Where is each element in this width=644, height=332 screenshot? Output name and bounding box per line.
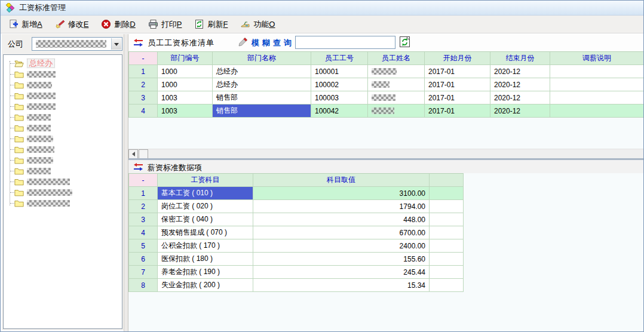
refresh-icon	[194, 19, 204, 29]
cell-subject[interactable]: 预发销售提成 ( 070 )	[158, 226, 253, 239]
cell-emp-name-censored[interactable]	[368, 91, 425, 104]
cell-emp-no[interactable]: 100003	[311, 91, 368, 104]
tree-item-censored[interactable]	[6, 90, 122, 101]
cell-note[interactable]	[550, 104, 644, 118]
company-dropdown-button[interactable]	[111, 38, 121, 50]
salary-row[interactable]: 4 预发销售提成 ( 070 ) 6700.00	[129, 226, 464, 239]
print-button[interactable]: 打印P	[144, 17, 188, 32]
col-header-subject: 工资科目	[158, 174, 253, 187]
cell-dept-no[interactable]: 1003	[158, 91, 213, 104]
salary-row[interactable]: 5 公积金扣款 ( 170 ) 2400.00	[129, 239, 464, 253]
cell-filler	[430, 266, 464, 279]
cell-note[interactable]	[550, 78, 644, 91]
tree-item-censored[interactable]	[6, 198, 122, 208]
cell-value[interactable]: 245.44	[253, 266, 430, 279]
tree-item-censored[interactable]	[6, 176, 122, 187]
cell-end-month[interactable]: 2020-12	[490, 91, 550, 104]
cell-dept-no[interactable]: 1000	[158, 78, 213, 91]
cell-subject[interactable]: 岗位工资 ( 020 )	[158, 200, 253, 213]
scroll-left-button[interactable]	[128, 149, 138, 159]
tree-item-censored[interactable]	[6, 187, 122, 198]
panel-splitter[interactable]	[124, 34, 128, 331]
cell-emp-no[interactable]: 100042	[311, 104, 368, 118]
scrollbar-thumb[interactable]	[139, 149, 148, 159]
cell-value[interactable]: 448.00	[253, 213, 430, 226]
tree-item-censored[interactable]	[6, 144, 122, 155]
tree-item-censored[interactable]	[6, 133, 122, 144]
salary-row[interactable]: 8 失业金扣款 ( 200 ) 15.34	[129, 279, 464, 292]
table-row[interactable]: 3 1003 销售部 100003 2017-01 2020-12	[129, 91, 644, 104]
cell-start-month[interactable]: 2017-01	[425, 78, 490, 91]
search-input[interactable]	[295, 36, 395, 49]
cell-note[interactable]	[550, 65, 644, 78]
cell-emp-name-censored[interactable]	[368, 104, 425, 118]
cell-dept-name[interactable]: 总经办	[213, 78, 311, 91]
tree-item-censored[interactable]	[6, 79, 122, 90]
cell-note[interactable]	[550, 91, 644, 104]
add-icon	[8, 19, 19, 29]
cell-value[interactable]: 6700.00	[253, 226, 430, 239]
cell-start-month[interactable]: 2017-01	[425, 65, 490, 78]
cell-end-month[interactable]: 2020-12	[490, 65, 550, 78]
salary-row[interactable]: 6 医保扣款 ( 180 ) 155.60	[129, 253, 464, 266]
col-header-end-month: 结束月份	[490, 52, 550, 65]
cell-end-month[interactable]: 2020-12	[490, 104, 550, 118]
horizontal-scrollbar[interactable]	[128, 149, 643, 158]
edit-icon	[55, 19, 65, 29]
tree-item-censored[interactable]	[6, 112, 122, 122]
cell-subject[interactable]: 保密工资 ( 040 )	[158, 213, 253, 226]
salary-row[interactable]: 7 养老金扣款 ( 190 ) 245.44	[129, 266, 464, 279]
salary-panel-title: 薪资标准数据项	[148, 162, 202, 173]
salary-row-selected[interactable]: 1 基本工资 ( 010 ) 3100.00	[129, 187, 464, 200]
function-button[interactable]: 功能O	[236, 17, 281, 32]
employee-panel-title: 员工工资标准清单	[148, 38, 214, 48]
refresh-button[interactable]: 刷新F	[190, 17, 234, 32]
print-label: 打印	[161, 20, 177, 29]
cell-emp-no[interactable]: 100001	[311, 65, 368, 78]
edit-button[interactable]: 修改E	[51, 17, 95, 32]
cell-filler	[430, 239, 464, 253]
company-select[interactable]	[32, 37, 122, 51]
cell-start-month[interactable]: 2017-01	[425, 91, 490, 104]
cell-emp-no[interactable]: 100002	[311, 78, 368, 91]
cell-dept-no[interactable]: 1003	[158, 104, 213, 118]
cell-value[interactable]: 2400.00	[253, 239, 430, 253]
cell-subject[interactable]: 养老金扣款 ( 190 )	[158, 266, 253, 279]
tree-item-censored[interactable]	[6, 101, 122, 112]
salary-row[interactable]: 3 保密工资 ( 040 ) 448.00	[129, 213, 464, 226]
tree-item-censored[interactable]	[6, 122, 122, 133]
cell-subject[interactable]: 医保扣款 ( 180 )	[158, 253, 253, 266]
table-row[interactable]: 2 1000 总经办 100002 2017-01 2020-12	[129, 78, 644, 91]
table-row-selected[interactable]: 4 1003 销售部 100042 2017-01 2020-12	[129, 104, 644, 118]
cell-subject[interactable]: 失业金扣款 ( 200 )	[158, 279, 253, 292]
tree-item-censored[interactable]	[6, 155, 122, 165]
cell-subject[interactable]: 公积金扣款 ( 170 )	[158, 239, 253, 253]
salary-row[interactable]: 2 岗位工资 ( 020 ) 1794.00	[129, 200, 464, 213]
folder-icon	[14, 81, 24, 89]
cell-value[interactable]: 3100.00	[253, 187, 430, 200]
cell-dept-name[interactable]: 总经办	[213, 65, 311, 78]
cell-emp-name-censored[interactable]	[368, 65, 425, 78]
cell-end-month[interactable]: 2020-12	[490, 78, 550, 91]
cell-dept-name[interactable]: 销售部	[213, 91, 311, 104]
cell-value[interactable]: 15.34	[253, 279, 430, 292]
cell-start-month[interactable]: 2017-01	[425, 104, 490, 118]
row-number: 1	[129, 65, 158, 78]
cell-dept-name-selected[interactable]: 销售部	[213, 104, 311, 118]
cell-dept-no[interactable]: 1000	[158, 65, 213, 78]
tree-item-censored[interactable]	[6, 69, 122, 79]
row-number: 6	[129, 253, 158, 266]
search-refresh-icon[interactable]	[399, 36, 410, 48]
add-button[interactable]: 新增A	[4, 17, 48, 32]
table-row[interactable]: 1 1000 总经办 100001 2017-01 2020-12	[129, 65, 644, 78]
swap-arrows-icon	[133, 38, 143, 47]
toolbar: 新增A 修改E 删除D	[1, 16, 643, 33]
tree-item-censored[interactable]	[6, 165, 122, 176]
cell-emp-name-censored[interactable]	[368, 78, 425, 91]
tree-item-selected[interactable]: 总经办	[6, 58, 122, 69]
delete-button[interactable]: 删除D	[97, 17, 141, 32]
cell-value[interactable]: 155.60	[253, 253, 430, 266]
cell-subject-selected[interactable]: 基本工资 ( 010 )	[158, 187, 253, 200]
cell-value[interactable]: 1794.00	[253, 200, 430, 213]
company-value-censored	[36, 40, 106, 48]
